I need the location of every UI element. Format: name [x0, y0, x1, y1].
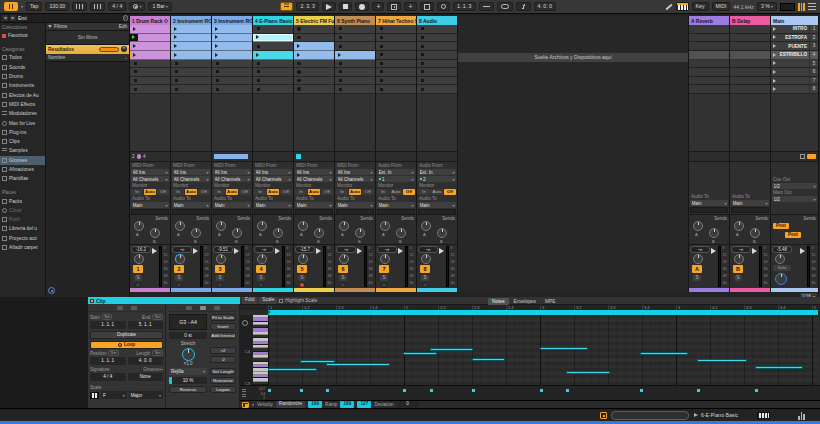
pan-knob[interactable]	[339, 254, 349, 264]
clip-slot[interactable]	[253, 60, 293, 69]
volume-fader[interactable]: 01224364860	[152, 246, 169, 287]
preferences-menu-icon[interactable]	[808, 3, 816, 10]
track-header[interactable]: 8 Audio	[417, 16, 457, 25]
clip-slot[interactable]	[335, 85, 375, 94]
solo-button[interactable]: S	[216, 275, 224, 281]
monitor-auto-button[interactable]: Auto	[349, 189, 361, 195]
sidebar-item-librer-a-del-u[interactable]: Librería del u	[0, 224, 45, 233]
set-start-button[interactable]: Set	[102, 314, 113, 321]
velocity-lane[interactable]: 127641	[240, 385, 820, 400]
clip-slot[interactable]	[730, 85, 770, 94]
sidebar-item-push[interactable]: Push	[0, 215, 45, 224]
output-chooser[interactable]: Main▾	[213, 202, 251, 208]
fold-button[interactable]: Fold	[242, 297, 257, 304]
send-a-knob[interactable]	[421, 221, 431, 231]
record-button[interactable]	[355, 2, 369, 11]
metronome-toggle[interactable]: ▾	[129, 2, 145, 11]
clip-slot[interactable]	[730, 68, 770, 77]
send-a-knob[interactable]	[216, 221, 226, 231]
clip-slot[interactable]	[171, 25, 211, 34]
sidebar-item-instruments[interactable]: Instruments	[0, 81, 45, 90]
clip-slot[interactable]	[689, 42, 729, 51]
clip-slot[interactable]	[294, 85, 334, 94]
input-channel-chooser[interactable]: All Channels▾	[254, 176, 292, 182]
fader-handle[interactable]	[800, 248, 805, 254]
monitor-off-button[interactable]: Off	[280, 189, 292, 195]
track-header[interactable]: Main	[771, 16, 818, 25]
input-channel-chooser[interactable]: 1▾	[377, 176, 415, 182]
clip-tab-icon[interactable]	[117, 306, 123, 311]
solo-button[interactable]: S	[134, 275, 142, 281]
fader-handle[interactable]	[711, 248, 716, 254]
monitor-off-button[interactable]: Off	[239, 189, 251, 195]
clip-slot[interactable]	[335, 77, 375, 86]
monitor-off-button[interactable]: Off	[321, 189, 333, 195]
send-b-knob[interactable]	[396, 228, 406, 238]
clip-slot[interactable]	[130, 68, 170, 77]
half-time-button[interactable]: :2	[210, 356, 236, 363]
clip-slot[interactable]	[212, 42, 252, 51]
draw-mode-icon[interactable]	[665, 3, 672, 10]
pan-knob[interactable]	[734, 254, 744, 264]
input-channel-chooser[interactable]: All Channels▾	[295, 176, 333, 182]
volume-fader[interactable]: 01224364860	[711, 246, 728, 287]
sidebar-item-plantillas[interactable]: Plantillas	[0, 174, 45, 183]
send-a-knob[interactable]	[175, 221, 185, 231]
clip-slot[interactable]	[171, 85, 211, 94]
loop-length-field[interactable]: 4. 0. 0	[534, 2, 556, 11]
humanize-button[interactable]: Humanize	[210, 377, 236, 384]
pan-knob[interactable]	[216, 254, 226, 264]
velocity-marker[interactable]	[755, 389, 758, 392]
clip-slot[interactable]	[417, 60, 457, 69]
clip-start-field[interactable]: 1. 1. 1	[90, 321, 126, 329]
sidebar-item-grooves[interactable]: Grooves	[0, 156, 45, 165]
set-length-button[interactable]: Set	[152, 350, 163, 357]
send-b-knob[interactable]	[232, 228, 242, 238]
cue-volume-knob[interactable]	[775, 273, 787, 285]
input-chooser[interactable]: All Ins▾	[213, 169, 251, 175]
track-header[interactable]: B Delay	[730, 16, 770, 25]
clip-slot[interactable]	[376, 25, 416, 34]
input-chooser[interactable]: All Ins▾	[336, 169, 374, 175]
results-row[interactable]: Resultados ✕	[46, 45, 129, 54]
filters-header[interactable]: Filtros Edit	[46, 23, 129, 31]
clip-slot[interactable]	[130, 51, 170, 60]
sidebar-item-packs[interactable]: Packs	[0, 196, 45, 205]
volume-fader[interactable]: 01224364860	[234, 246, 251, 287]
play-icon[interactable]	[694, 413, 698, 417]
track-activator-button[interactable]: 3	[215, 265, 225, 273]
play-button[interactable]	[322, 2, 336, 11]
volume-fader[interactable]: 01224364860	[275, 246, 292, 287]
interval-field[interactable]: 0 st	[169, 332, 207, 339]
volume-fader[interactable]: 01224364860	[800, 246, 817, 287]
session-record-button[interactable]	[437, 2, 451, 11]
send-a-knob[interactable]	[693, 221, 703, 231]
search-input[interactable]: Emi	[18, 15, 121, 21]
loop-position-field[interactable]: 1. 1. 1	[90, 357, 126, 365]
midi-note[interactable]	[566, 371, 610, 374]
track-activator-button[interactable]: 2	[174, 265, 184, 273]
note-grid[interactable]	[268, 315, 818, 385]
stretch-knob[interactable]	[182, 348, 195, 361]
close-icon[interactable]: ✕	[121, 46, 127, 52]
volume-value[interactable]: -9.51	[213, 246, 233, 253]
clip-panel-title[interactable]: Clip	[88, 297, 240, 304]
clip-slot[interactable]	[376, 68, 416, 77]
monitor-auto-button[interactable]: Auto	[267, 189, 279, 195]
velocity-marker[interactable]	[566, 389, 569, 392]
clip-slot[interactable]	[689, 34, 729, 43]
tap-tempo-button[interactable]: Tap	[26, 2, 42, 11]
monitor-auto-button[interactable]: Auto	[308, 189, 320, 195]
fader-handle[interactable]	[439, 248, 444, 254]
sidebar-item-midi-effects[interactable]: MIDI Effects	[0, 100, 45, 109]
clip-slot[interactable]	[376, 60, 416, 69]
output-chooser[interactable]: Main▾	[172, 202, 210, 208]
time-signature-field[interactable]: 4 / 4	[108, 2, 126, 11]
midi-note[interactable]	[640, 352, 688, 355]
deviation-field[interactable]: 0	[397, 401, 419, 408]
clip-slot[interactable]	[335, 60, 375, 69]
monitor-in-button[interactable]: In	[213, 189, 225, 195]
link-toggle[interactable]	[4, 2, 18, 11]
send-b-knob[interactable]	[150, 228, 160, 238]
output-chooser[interactable]: Main▾	[336, 202, 374, 208]
